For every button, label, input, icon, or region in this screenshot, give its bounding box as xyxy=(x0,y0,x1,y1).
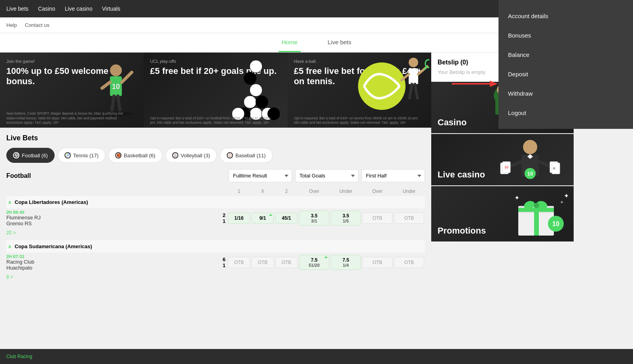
odd-btn-racing-over2[interactable]: OTB xyxy=(362,257,392,268)
odd-btn-racing-1[interactable]: OTB xyxy=(228,257,250,268)
banner-ucl[interactable]: UCL play-offs £5 free bet if 20+ goals p… xyxy=(144,53,287,128)
more-matches-libertadores[interactable]: 20 > xyxy=(6,228,425,237)
menu-account-details[interactable]: Account details xyxy=(498,6,633,26)
odd-btn-over1[interactable]: 3.5 3/1 xyxy=(299,211,329,226)
menu-deposit[interactable]: Deposit xyxy=(498,64,633,84)
competition-row-sudamericana[interactable]: ∧ Copa Sudamericana (Americas) xyxy=(6,240,425,253)
sport-tab-tennis[interactable]: 🎾 Tennis (17) xyxy=(58,148,105,163)
odd-racing-1[interactable]: OTB xyxy=(227,256,251,269)
match-time-racing: 2H 87:33 xyxy=(6,254,215,259)
volleyball-icon: 🏐 xyxy=(172,152,178,158)
svg-rect-56 xyxy=(518,208,554,212)
chevron-icon: ∧ xyxy=(8,200,11,205)
banner-tennis[interactable]: Have a ball. £5 free live bet for bettin… xyxy=(288,53,431,128)
svg-text:K: K xyxy=(553,166,555,170)
tab-home[interactable]: Home xyxy=(279,33,301,52)
promotions-card[interactable]: Promotions 10 ✦ ✦ ✦ xyxy=(431,186,574,241)
svg-text:10: 10 xyxy=(112,83,120,91)
odd-fluminense-x[interactable]: 9/1 xyxy=(251,212,275,224)
menu-logout[interactable]: Logout xyxy=(498,103,633,123)
football-section-title: Football xyxy=(6,172,226,179)
banner-2-small-text: Opt in required; Bet a total of £25+ on … xyxy=(150,116,277,125)
odd-btn-2[interactable]: 45/1 xyxy=(275,213,298,224)
odd-racing-under2[interactable]: OTB xyxy=(393,256,425,269)
col-header-2: 2 xyxy=(275,189,298,194)
bottom-bar-club-racing[interactable]: Club Racing xyxy=(6,354,32,359)
chevron-icon-2: ∧ xyxy=(8,244,11,249)
sport-tab-volleyball-label: Volleyball (3) xyxy=(181,153,210,158)
odd-fluminense-under1[interactable]: 3.5 1/5 xyxy=(330,210,362,226)
svg-point-14 xyxy=(256,96,268,108)
nav-live-bets[interactable]: Live bets xyxy=(6,6,28,12)
tab-live-bets[interactable]: Live bets xyxy=(324,33,354,52)
svg-line-4 xyxy=(122,72,132,82)
odd-fluminense-under2[interactable]: OTB xyxy=(393,212,425,224)
odd-btn-racing-under2[interactable]: OTB xyxy=(394,257,424,268)
dropdown-total-goals[interactable]: Total Goals Total Corners Total Cards xyxy=(295,169,358,182)
competition-name-sudamericana: Copa Sudamericana (Americas) xyxy=(15,243,92,249)
svg-line-6 xyxy=(112,96,114,110)
red-arrow-svg xyxy=(452,78,499,89)
odd-btn-racing-under1[interactable]: 7.5 1/4 xyxy=(331,255,361,270)
nav-contact[interactable]: Contact us xyxy=(25,22,49,28)
more-matches-sudamericana[interactable]: 8 > xyxy=(6,273,425,281)
odd-racing-2[interactable]: OTB xyxy=(275,256,298,269)
up-arrow-icon-2 xyxy=(324,256,328,258)
odd-fluminense-over1[interactable]: 3.5 3/1 xyxy=(298,210,330,226)
odd-sub-over1: 3/1 xyxy=(300,219,328,223)
live-bets-section: Live Bets ⚽ Football (6) 🎾 Tennis (17) 🏀… xyxy=(0,128,431,291)
banner-1-small-text: New bettors; Code SPORT; Wager deposit &… xyxy=(6,111,133,125)
baseball-icon: ⚾ xyxy=(227,152,233,158)
odd-btn-racing-x[interactable]: OTB xyxy=(252,257,274,268)
dropdown-first-half[interactable]: First Half Second Half Full Time xyxy=(362,169,425,182)
up-arrow-icon xyxy=(269,214,272,216)
odd-btn-under1[interactable]: 3.5 1/5 xyxy=(331,211,361,226)
odd-sub-racing-under1: 1/4 xyxy=(332,263,360,268)
odd-fluminense-1[interactable]: 1/16 xyxy=(227,212,251,224)
svg-line-5 xyxy=(102,82,110,88)
nav-help[interactable]: Help xyxy=(6,22,17,28)
menu-bonuses[interactable]: Bonuses xyxy=(498,26,633,45)
odd-btn-racing-over1[interactable]: 7.5 51/20 xyxy=(299,255,329,270)
menu-balance[interactable]: Balance xyxy=(498,45,633,64)
banner-welcome[interactable]: Join the game! 100% up to £50 welcome bo… xyxy=(0,53,144,128)
menu-withdraw[interactable]: Withdraw xyxy=(498,84,633,103)
svg-text:✦: ✦ xyxy=(514,194,519,201)
live-casino-card-title: Live casino xyxy=(438,170,485,180)
dropdown-fulltime-result[interactable]: Fulltime Result Draw No Bet Asian Handic… xyxy=(229,169,292,182)
team-fluminense: Fluminense RJ xyxy=(6,215,215,221)
odd-btn-1[interactable]: 1/16 xyxy=(228,213,250,224)
score-racing: 6 1 xyxy=(215,256,227,268)
odd-fluminense-over2[interactable]: OTB xyxy=(362,212,393,224)
competition-row-libertadores[interactable]: ∧ Copa Libertadores (Americas) xyxy=(6,196,425,208)
sport-tab-baseball[interactable]: ⚾ Baseball (11) xyxy=(220,148,273,163)
column-headers: 1 X 2 Over Under Over Under xyxy=(6,187,425,196)
team-racing: Racing Club xyxy=(6,259,215,265)
sport-tab-volleyball[interactable]: 🏐 Volleyball (3) xyxy=(165,148,217,163)
col-header-over1: Over xyxy=(298,189,330,194)
svg-rect-20 xyxy=(409,68,418,84)
nav-virtuals[interactable]: Virtuals xyxy=(102,6,120,12)
odd-fluminense-2[interactable]: 45/1 xyxy=(275,212,298,224)
sport-tab-basketball[interactable]: 🏀 Basketball (6) xyxy=(108,148,162,163)
col-header-1: 1 xyxy=(227,189,251,194)
odd-btn-under2[interactable]: OTB xyxy=(394,213,424,224)
svg-point-16 xyxy=(244,72,256,85)
live-casino-card[interactable]: Live casino 10 K 10 xyxy=(431,134,574,185)
odd-btn-x[interactable]: 9/1 xyxy=(252,213,274,224)
odd-btn-racing-2[interactable]: OTB xyxy=(275,257,298,268)
sport-tab-basketball-label: Basketball (6) xyxy=(124,153,155,158)
odd-racing-over2[interactable]: OTB xyxy=(362,256,393,269)
nav-live-casino[interactable]: Live casino xyxy=(65,6,93,12)
odd-btn-over2[interactable]: OTB xyxy=(362,213,392,224)
bottom-bar: Club Racing xyxy=(0,349,633,364)
sport-tab-football[interactable]: ⚽ Football (6) xyxy=(6,148,55,163)
svg-text:10: 10 xyxy=(504,165,508,169)
football-icon: ⚽ xyxy=(13,152,19,158)
nav-casino[interactable]: Casino xyxy=(38,6,55,12)
match-row-racing: 2H 87:33 Racing Club Huachipato 6 1 OTB … xyxy=(6,253,425,273)
match-info-fluminense: 2H 88:40 Fluminense RJ Gremio RS xyxy=(6,210,215,226)
odd-racing-under1[interactable]: 7.5 1/4 xyxy=(330,254,362,271)
odd-racing-x[interactable]: OTB xyxy=(251,256,275,269)
odd-racing-over1[interactable]: 7.5 51/20 xyxy=(298,254,330,271)
